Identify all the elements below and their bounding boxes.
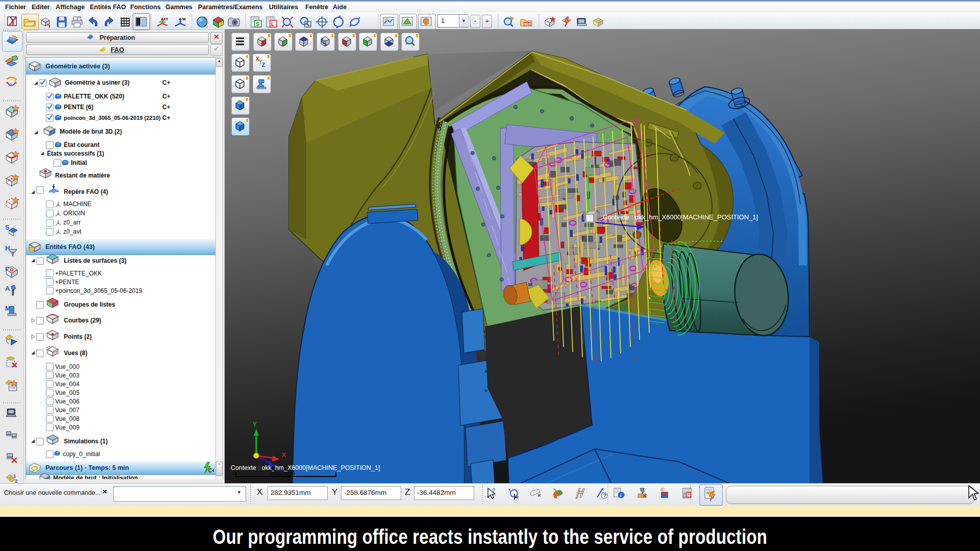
svg-text:XY: XY bbox=[163, 17, 168, 21]
svg-text:H: H bbox=[5, 244, 10, 252]
svg-text:i: i bbox=[620, 493, 622, 498]
svg-text:S: S bbox=[256, 21, 259, 27]
svg-text:X: X bbox=[282, 452, 286, 459]
svg-text:?: ? bbox=[492, 488, 495, 493]
svg-text:Z: Z bbox=[262, 62, 265, 68]
svg-text:Y: Y bbox=[253, 421, 257, 428]
svg-text:S: S bbox=[5, 223, 10, 231]
svg-text:?: ? bbox=[603, 493, 606, 498]
svg-text:L: L bbox=[271, 21, 275, 27]
svg-text:C+: C+ bbox=[208, 468, 214, 473]
svg-text:REF: REF bbox=[524, 22, 531, 26]
svg-text:100(mm): 100(mm) bbox=[270, 470, 295, 477]
svg-text:Contexte : okk_hm_X6000[MACHIN: Contexte : okk_hm_X6000[MACHINE_POSITION… bbox=[231, 464, 380, 471]
svg-text:A: A bbox=[5, 285, 10, 292]
svg-text:1: 1 bbox=[13, 473, 16, 479]
svg-text:Contexte : okk_hm_X6000[MACHIN: Contexte : okk_hm_X6000[MACHINE_POSITION… bbox=[603, 213, 758, 221]
svg-text:M: M bbox=[182, 17, 186, 21]
